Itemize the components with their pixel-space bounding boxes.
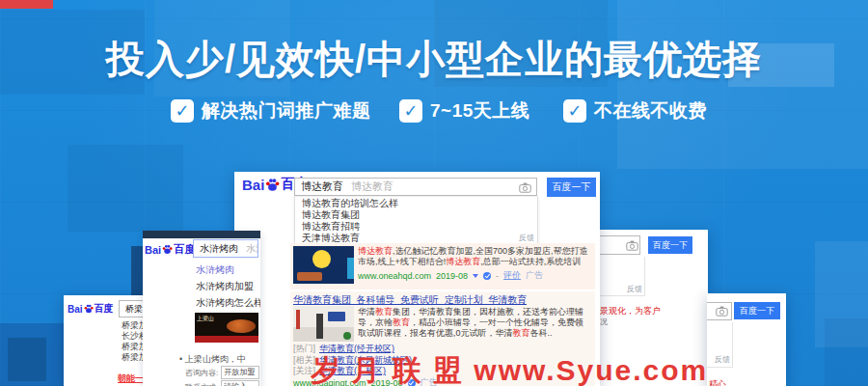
ad-text: 博达教育,选亿触记忆教育加盟,全国700多家加盟店,帮您打造市场,线上+线下相结… [358, 246, 591, 266]
suggestion-item[interactable]: 水浒烤肉 [196, 262, 260, 278]
baidu-logo-text: Bai [68, 304, 83, 315]
suggestion-item[interactable]: 博达教育的培训怎么样 [295, 197, 537, 208]
ad-url: www.oneahqd.com [358, 271, 431, 281]
thumbnail-graphic [347, 258, 354, 279]
search-query: 水浒烤肉 [194, 242, 238, 256]
ad-thumbnail[interactable] [293, 246, 354, 284]
feedback-link[interactable]: 反馈 [519, 233, 534, 243]
background-tile [68, 145, 183, 232]
suggestions-panel: 博达教育的培训怎么样 博达教育集团 博达教育招聘 天津博达教育 反馈 [294, 196, 538, 244]
feature-item: ✓ 7~15天上线 [399, 98, 529, 124]
baidu-paw-icon [84, 304, 94, 314]
promo-banner: 投入少/见效快/中小型企业的最优选择 ✓ 解决热门词推广难题 ✓ 7~15天上线… [0, 0, 868, 386]
ad-result: 博达教育,选亿触记忆教育加盟,全国700多家加盟店,帮您打造市场,线上+线下相结… [290, 243, 595, 290]
ad-date: 2019-08 [436, 271, 468, 281]
baidu-logo-text: Bai [145, 244, 161, 256]
form-input[interactable]: 开放加盟 [221, 366, 259, 379]
check-icon: ✓ [171, 99, 194, 123]
check-icon: ✓ [563, 99, 586, 123]
form-label: 联系方式: [185, 382, 218, 386]
feedback-link[interactable]: 反馈 [715, 354, 730, 365]
baidu-search-button[interactable]: 百度一下 [547, 178, 596, 197]
thumbnail-graphic [316, 314, 323, 339]
background-tile [8, 338, 46, 381]
baidu-logo: Bai 百度 [145, 242, 195, 257]
suggestion-item[interactable]: 博达教育集团 [295, 208, 537, 220]
feature-item: ✓ 解决热门词推广难题 [171, 98, 371, 124]
thumbnail-graphic [312, 250, 331, 268]
thumbnail-graphic [296, 310, 300, 329]
camera-icon[interactable] [626, 240, 638, 251]
suggestions-panel: 反馈 [600, 257, 645, 296]
search-input[interactable]: 博达教育 博达教育 [294, 178, 537, 196]
result-thumbnail[interactable] [293, 306, 354, 342]
thumbnail-graphic [297, 272, 322, 281]
result-title-link[interactable]: 华清教育集团_各科辅导_免费试听_定制计划_华清教育 [293, 293, 527, 307]
camera-icon[interactable] [716, 306, 728, 317]
thumbnail-graphic [328, 312, 345, 321]
search-query-ghost: 水浒烤肉 [246, 242, 258, 256]
suggestion-item[interactable]: 天津博达教育 [295, 232, 537, 243]
form-label: 咨询内容: [185, 368, 218, 378]
result-snippet: 上梁山烤肉，中 [179, 353, 246, 366]
baidu-logo-text: Bai [242, 177, 264, 193]
rating-link[interactable]: 评价 [503, 269, 521, 282]
baidu-search-button[interactable]: 百度一下 [734, 302, 780, 319]
baidu-logo-text: 百度 [174, 242, 195, 257]
baidu-logo-text: 百度 [95, 302, 114, 316]
feedback-link[interactable]: 反馈 [627, 284, 642, 294]
browser-bar [143, 231, 260, 238]
search-query-ghost: 博达教育 [351, 179, 393, 194]
thumbnail-graphic [343, 332, 351, 340]
form-row: 咨询内容: 开放加盟 [185, 366, 259, 379]
form-row: 联系方式: 请输入 [185, 380, 259, 386]
feature-label: 解决热门词推广难题 [202, 98, 371, 124]
headline: 投入少/见效快/中小型企业的最优选择 [0, 33, 868, 86]
shield-icon [483, 272, 491, 280]
baidu-paw-icon [265, 178, 280, 192]
feature-label: 7~15天上线 [430, 98, 529, 124]
suggestion-item[interactable]: 博达教育招聘 [295, 220, 537, 232]
feature-label: 不在线不收费 [594, 98, 707, 124]
form-input[interactable]: 请输入 [221, 380, 259, 386]
screenshot-bbq-search: Bai 百度 水浒烤肉 水浒烤肉 水浒烤肉 水浒烤肉加盟 水浒烤肉怎么样 水浒烤… [143, 231, 260, 386]
search-query: 博达教育 [295, 179, 343, 194]
result-description: 华清教育集团，华清教育集团，因材施教，还送考前心理辅导，京翰教育，精品小班辅导，… [358, 307, 589, 339]
ad-label: 广告 [526, 269, 543, 282]
result-snippet: 景观化，为客户 [600, 305, 661, 317]
thumbnail-label: 上梁山 [197, 315, 214, 323]
search-input[interactable]: 水浒烤肉 水浒烤肉 [193, 239, 258, 258]
chevron-down-icon[interactable] [473, 274, 478, 278]
separator: - [496, 271, 499, 281]
check-icon: ✓ [399, 99, 422, 123]
suggestions-panel: 反馈 [707, 322, 733, 368]
screenshot-right-front: 百度一下 反馈 精心 [707, 293, 786, 386]
result-thumbnail[interactable]: 上梁山 [195, 313, 258, 343]
background-tile [0, 0, 53, 9]
thumbnail-graphic [195, 336, 258, 343]
result-snippet: 况 [600, 317, 608, 327]
background-tile [131, 246, 143, 296]
suggestion-item[interactable]: 水浒烤肉怎么样 [196, 294, 260, 311]
feature-item: ✓ 不在线不收费 [563, 98, 707, 124]
ad-url-line: www.oneahqd.com 2019-08 - 评价 广告 [358, 269, 591, 282]
baidu-paw-icon [162, 244, 173, 255]
suggestion-item[interactable]: 水浒烤肉加盟 [196, 278, 260, 294]
thumbnail-graphic [227, 319, 256, 333]
camera-icon[interactable] [519, 182, 531, 193]
baidu-search-button[interactable]: 百度一下 [648, 236, 692, 254]
baidu-logo: Bai 百度 [68, 302, 114, 316]
watermark: 岁 月 联 盟 www.Syue.com [311, 351, 708, 386]
background-tile [825, 318, 868, 386]
result-snippet: 精心 [709, 378, 726, 386]
